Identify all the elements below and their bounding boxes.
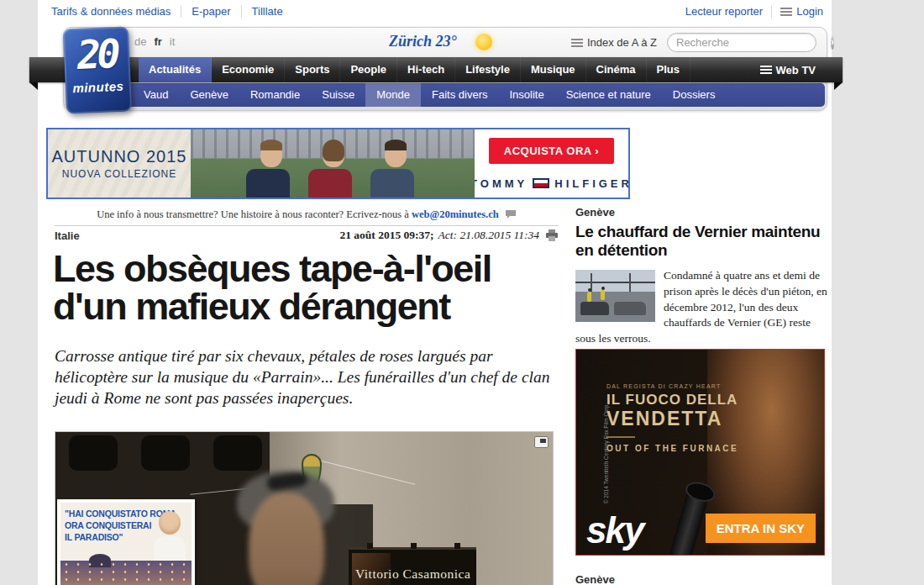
sky-title-1: IL FUOCO DELLA	[606, 392, 738, 408]
nav-plus[interactable]: Plus	[647, 57, 690, 82]
tip-email-link[interactable]: web@20minutes.ch	[412, 208, 499, 220]
reader-tip-line: Une info à nous transmettre? Une histoir…	[55, 208, 559, 223]
top-links-right: Lecteur reporter Login	[685, 5, 823, 18]
subnav-romandie[interactable]: Romandie	[239, 83, 311, 107]
subnav-vaud[interactable]: Vaud	[133, 83, 179, 107]
article-lede: Carrosse antique tiré par six chevaux, p…	[55, 346, 552, 409]
sky-tagline: DAL REGISTA DI CRAZY HEART	[606, 383, 738, 389]
update-date: Act: 21.08.2015 11:34	[438, 229, 539, 242]
ad-model-3	[370, 142, 421, 198]
brand-tommy: TOMMY	[470, 177, 528, 190]
door-panel	[141, 435, 190, 471]
nav-economie[interactable]: Economie	[212, 57, 285, 82]
link-epaper[interactable]: E-paper	[181, 5, 241, 18]
page-container: Tarifs & données médias E-paper Tilllate…	[38, 0, 832, 585]
divider	[606, 436, 635, 438]
banner-name: Vittorio Casamonica	[355, 567, 470, 582]
sky-copyright: © 2014 Twentieth Century Fox Film Corp.	[603, 403, 609, 504]
ad-model-1	[246, 142, 297, 198]
article-photo[interactable]: "HAI CONQUISTATO ROMA ORA CONQUISTERAI I…	[55, 431, 554, 585]
foreground-man	[223, 471, 351, 585]
ad-cta-button[interactable]: ACQUISTA ORA ›	[489, 138, 614, 164]
ad-cta-panel: ACQUISTA ORA › TOMMY HILFIGER	[475, 129, 628, 198]
subnav-monde[interactable]: Monde	[365, 83, 421, 107]
nav-cinema[interactable]: Cinéma	[586, 57, 647, 82]
subnav-suisse[interactable]: Suisse	[311, 83, 365, 107]
subnav-geneve[interactable]: Genève	[179, 83, 239, 107]
funeral-poster: "HAI CONQUISTATO ROMA ORA CONQUISTERAI I…	[57, 499, 195, 585]
sub-nav: Vaud Genève Romandie Suisse Monde Faits …	[126, 83, 825, 107]
site-logo[interactable]: 20 minutes	[63, 26, 132, 113]
sky-title-2: VENDETTA	[606, 408, 738, 430]
sky-cta-button[interactable]: ENTRA IN SKY	[706, 514, 816, 543]
ad-brand: TOMMY HILFIGER	[470, 177, 630, 190]
subnav-dossiers[interactable]: Dossiers	[662, 83, 727, 107]
sidebar-story-category: Genève	[575, 206, 827, 219]
search-submit-icon[interactable]: ›	[831, 36, 834, 50]
link-lecteur-reporter[interactable]: Lecteur reporter	[685, 5, 764, 18]
sidebar-story-headline[interactable]: Le chauffard de Vernier maintenu en déte…	[575, 223, 827, 259]
top-utility-bar: Tarifs & données médias E-paper Tilllate…	[38, 0, 832, 23]
lang-de[interactable]: de	[134, 35, 146, 48]
main-nav: Actualités Economie Sports People Hi-tec…	[29, 57, 843, 82]
subnav-insolite[interactable]: Insolite	[498, 83, 554, 107]
hamburger-icon[interactable]	[780, 8, 792, 16]
top-links-left: Tarifs & données médias E-paper Tilllate	[51, 5, 293, 18]
sidebar-story-body-wrap: Condamné à quatre ans et demi de prison …	[575, 268, 827, 346]
ribbon-fold-left	[29, 82, 38, 90]
article-category: Italie	[55, 229, 80, 242]
nav-hitech[interactable]: Hi-tech	[397, 57, 455, 82]
divider	[771, 6, 772, 18]
sky-subtitle: OUT OF THE FURNACE	[606, 444, 738, 453]
sky-logo: sky	[586, 509, 643, 551]
link-tilllate[interactable]: Tilllate	[242, 5, 293, 18]
link-tarifs[interactable]: Tarifs & données médias	[51, 5, 181, 18]
print-icon[interactable]	[545, 229, 559, 241]
weather-city-temp: Zürich 23°	[389, 33, 457, 50]
sky-ad[interactable]: DAL REGISTA DI CRAZY HEART IL FUOCO DELL…	[575, 349, 825, 556]
nav-actualites[interactable]: Actualités	[139, 57, 212, 82]
speech-bubble-icon	[505, 209, 517, 223]
web-tv-label: Web TV	[776, 64, 816, 76]
article-headline: Les obsèques tape-à-l'oeil d'un mafieux …	[53, 250, 562, 325]
ad-photo	[191, 129, 475, 198]
lang-fr[interactable]: fr	[154, 35, 161, 48]
brand-hilfiger: HILFIGER	[554, 177, 630, 190]
search-box: ›	[667, 33, 816, 52]
ad-subheadline: NUOVA COLLEZIONE	[62, 168, 176, 180]
search-input[interactable]	[668, 36, 831, 49]
rifle-scope	[667, 484, 710, 556]
hamburger-icon[interactable]	[571, 39, 583, 47]
tip-text: Une info à nous transmettre? Une histoir…	[97, 208, 409, 220]
sidebar-story-thumbnail[interactable]	[575, 270, 655, 322]
index-a-z-link[interactable]: Index de A à Z	[587, 36, 657, 49]
ad-text-panel: AUTUNNO 2015 NUOVA COLLEZIONE	[48, 129, 191, 198]
logo-word: minutes	[66, 78, 132, 95]
main-nav-items: Actualités Economie Sports People Hi-tec…	[139, 57, 690, 82]
nav-web-tv[interactable]: Web TV	[760, 57, 816, 82]
door-panel	[213, 435, 262, 471]
hamburger-icon	[760, 66, 772, 74]
language-switcher: defrit	[134, 35, 182, 48]
lang-it[interactable]: it	[170, 35, 176, 48]
flag-icon	[533, 178, 549, 188]
publish-date: 21 août 2015 09:37;	[339, 229, 433, 242]
poster-rome-skyline	[60, 561, 192, 585]
nav-lifestyle[interactable]: Lifestyle	[455, 57, 521, 82]
logo-number: 20	[63, 29, 130, 78]
expand-icon[interactable]	[534, 436, 549, 448]
nav-musique[interactable]: Musique	[521, 57, 586, 82]
article-meta-row: Italie 21 août 2015 09:37; Act: 21.08.20…	[55, 229, 559, 242]
sidebar: Genève Le chauffard de Vernier maintenu …	[575, 206, 827, 346]
nav-people[interactable]: People	[340, 57, 397, 82]
sky-ad-text: DAL REGISTA DI CRAZY HEART IL FUOCO DELL…	[606, 383, 738, 453]
link-login[interactable]: Login	[796, 5, 823, 18]
subnav-faits-divers[interactable]: Faits divers	[421, 83, 498, 107]
article-dates: 21 août 2015 09:37; Act: 21.08.2015 11:3…	[339, 229, 559, 242]
weather-widget[interactable]: Zürich 23°	[389, 33, 492, 50]
tommy-hilfiger-ad-banner[interactable]: AUTUNNO 2015 NUOVA COLLEZIONE ACQUISTA O…	[46, 128, 630, 199]
ad-headline: AUTUNNO 2015	[52, 147, 187, 166]
nav-sports[interactable]: Sports	[285, 57, 340, 82]
subnav-science[interactable]: Science et nature	[555, 83, 662, 107]
sidebar-next-category: Genève	[575, 573, 615, 585]
